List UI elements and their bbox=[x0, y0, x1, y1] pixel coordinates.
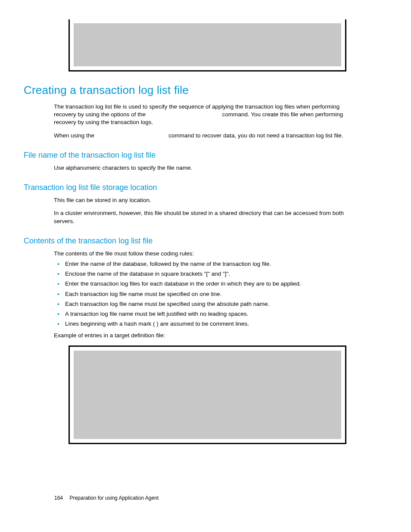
list-item: A transaction log file name must be left… bbox=[54, 310, 357, 318]
footer-title: Preparation for using Application Agent bbox=[69, 495, 159, 501]
code-box-bottom-inner bbox=[74, 351, 341, 439]
sec2-para-2: In a cluster environment, however, this … bbox=[54, 209, 357, 225]
text: command to recover data, you do not need… bbox=[167, 132, 343, 139]
sec3-body: The contents of the file must follow the… bbox=[54, 250, 357, 339]
list-item: Enter the transaction log files for each… bbox=[54, 280, 357, 288]
page-footer: 164 Preparation for using Application Ag… bbox=[54, 495, 159, 501]
heading-contents: Contents of the transaction log list fil… bbox=[24, 236, 357, 246]
list-item: Each transaction log file name must be s… bbox=[54, 290, 357, 298]
list-item: Lines beginning with a hash mark ( ) are… bbox=[54, 320, 357, 328]
intro-para-1: The transaction log list file is used to… bbox=[54, 103, 357, 127]
example-lead: Example of entries in a target definitio… bbox=[54, 332, 357, 339]
code-box-top bbox=[68, 19, 346, 72]
intro-block: The transaction log list file is used to… bbox=[54, 103, 357, 140]
sec1-para: Use alphanumeric characters to specify t… bbox=[54, 164, 357, 172]
rules-list: Enter the name of the database, followed… bbox=[54, 260, 357, 328]
sec2-para-1: This file can be stored in any location. bbox=[54, 196, 357, 204]
heading-storage: Transaction log list file storage locati… bbox=[24, 183, 357, 192]
intro-para-2: When using the command to recover data, … bbox=[54, 132, 357, 140]
code-box-bottom bbox=[68, 345, 346, 444]
sec2-body: This file can be stored in any location.… bbox=[54, 196, 357, 225]
heading-filename: File name of the transaction log list fi… bbox=[24, 151, 357, 160]
list-item: Enclose the name of the database in squa… bbox=[54, 270, 357, 278]
list-item: Each transaction log file name must be s… bbox=[54, 300, 357, 308]
sec1-body: Use alphanumeric characters to specify t… bbox=[54, 164, 357, 172]
heading-1: Creating a transaction log list file bbox=[24, 84, 357, 97]
text: When using the bbox=[54, 132, 96, 139]
list-item: Enter the name of the database, followed… bbox=[54, 260, 357, 268]
sec3-lead: The contents of the file must follow the… bbox=[54, 250, 357, 258]
page: Creating a transaction log list file The… bbox=[0, 0, 411, 532]
code-box-top-inner bbox=[74, 23, 341, 66]
page-number: 164 bbox=[54, 495, 63, 501]
